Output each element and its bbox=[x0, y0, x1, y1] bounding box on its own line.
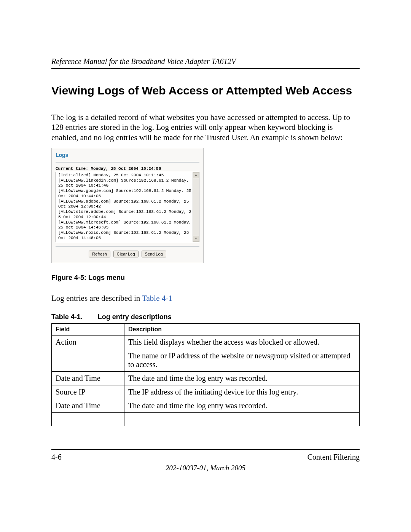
desc-cell: The IP address of the initiating device … bbox=[124, 385, 360, 399]
table-caption: Table 4-1. Log entry descriptions bbox=[51, 313, 360, 321]
field-cell: Source IP bbox=[52, 385, 124, 399]
table-row: Action This field displays whether the a… bbox=[52, 335, 360, 349]
desc-cell: The date and time the log entry was reco… bbox=[124, 399, 360, 412]
table-ref-link[interactable]: Table 4-1 bbox=[142, 294, 172, 303]
table-row: The name or IP address of the website or… bbox=[52, 349, 360, 371]
scrollbar[interactable]: ▲ ▼ bbox=[193, 172, 199, 242]
table-row: Date and Time The date and time the log … bbox=[52, 371, 360, 385]
th-field: Field bbox=[52, 323, 124, 335]
field-cell: Action bbox=[52, 335, 124, 349]
divider bbox=[56, 162, 199, 163]
table-reference-paragraph: Log entries are described in Table 4-1 bbox=[51, 293, 360, 303]
desc-cell bbox=[124, 412, 360, 426]
table-caption-title: Log entry descriptions bbox=[98, 313, 172, 321]
logs-panel-title: Logs bbox=[56, 152, 199, 158]
desc-cell: The date and time the log entry was reco… bbox=[124, 371, 360, 385]
intro-paragraph: The log is a detailed record of what web… bbox=[51, 112, 360, 142]
field-cell bbox=[52, 412, 124, 426]
scroll-down-icon[interactable]: ▼ bbox=[193, 236, 199, 242]
log-fields-table: Field Description Action This field disp… bbox=[51, 323, 360, 426]
page-footer: 4-6 Content Filtering 202-10037-01, Marc… bbox=[51, 449, 360, 472]
log-content: [Initialized] Monday, 25 Oct 2004 10:11:… bbox=[58, 173, 198, 241]
figure-caption: Figure 4-5: Logs menu bbox=[51, 274, 360, 282]
logs-screenshot: Logs Current time: Monday, 25 Oct 2004 1… bbox=[51, 148, 204, 263]
th-description: Description bbox=[124, 323, 360, 335]
refresh-button[interactable]: Refresh bbox=[89, 251, 110, 257]
log-textarea[interactable]: [Initialized] Monday, 25 Oct 2004 10:11:… bbox=[56, 172, 199, 242]
running-header: Reference Manual for the Broadband Voice… bbox=[51, 57, 360, 69]
current-time-label: Current time: Monday, 25 Oct 2004 15:24:… bbox=[56, 166, 199, 171]
table-row: Source IP The IP address of the initiati… bbox=[52, 385, 360, 399]
table-row: Date and Time The date and time the log … bbox=[52, 399, 360, 412]
footer-section-name: Content Filtering bbox=[307, 453, 360, 462]
field-cell: Date and Time bbox=[52, 371, 124, 385]
section-heading: Viewing Logs of Web Access or Attempted … bbox=[51, 84, 360, 97]
field-cell bbox=[52, 349, 124, 371]
desc-cell: This field displays whether the access w… bbox=[124, 335, 360, 349]
clear-log-button[interactable]: Clear Log bbox=[113, 251, 139, 257]
divider bbox=[56, 246, 199, 247]
table-row bbox=[52, 412, 360, 426]
log-button-row: Refresh Clear Log Send Log bbox=[56, 251, 199, 257]
scroll-up-icon[interactable]: ▲ bbox=[193, 172, 199, 178]
desc-cell: The name or IP address of the website or… bbox=[124, 349, 360, 371]
field-cell: Date and Time bbox=[52, 399, 124, 412]
table-caption-number: Table 4-1. bbox=[51, 313, 83, 321]
footer-page-number: 4-6 bbox=[51, 453, 62, 462]
table-ref-prefix: Log entries are described in bbox=[51, 294, 142, 303]
send-log-button[interactable]: Send Log bbox=[142, 251, 166, 257]
footer-document-id: 202-10037-01, March 2005 bbox=[51, 464, 360, 472]
